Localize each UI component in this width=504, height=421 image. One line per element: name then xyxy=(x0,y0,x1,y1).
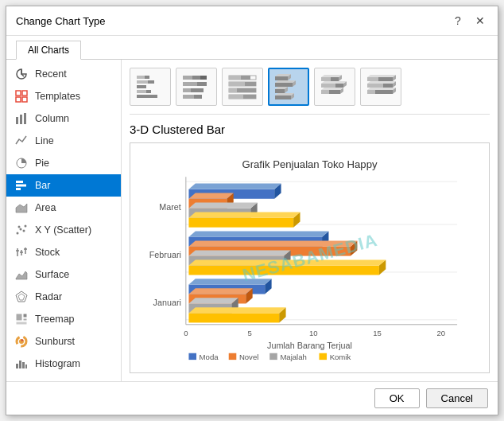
sidebar-item-templates[interactable]: Templates xyxy=(6,85,121,107)
svg-rect-79 xyxy=(275,83,293,87)
sidebar-item-surface[interactable]: Surface xyxy=(6,263,121,286)
chart-preview-area: NESABAMEDIA Grafik Penjualan Toko Happy … xyxy=(130,142,490,373)
sidebar-item-sunburst[interactable]: Sunburst xyxy=(6,330,121,353)
subtype-3d-100-stacked-bar[interactable] xyxy=(360,68,401,106)
svg-rect-32 xyxy=(19,361,21,368)
svg-text:Majalah: Majalah xyxy=(280,353,307,361)
svg-rect-102 xyxy=(378,77,393,81)
svg-rect-60 xyxy=(183,88,191,92)
chart-subtypes-row xyxy=(130,68,490,115)
svg-point-16 xyxy=(25,225,27,228)
svg-rect-65 xyxy=(229,76,241,80)
svg-text:Moda: Moda xyxy=(200,353,219,361)
sidebar-item-stock[interactable]: Stock xyxy=(6,241,121,263)
svg-rect-8 xyxy=(16,181,23,183)
svg-point-14 xyxy=(18,226,21,228)
svg-rect-133 xyxy=(188,218,293,228)
chart-main-panel: 3-D Clustered Bar NESABAMEDIA Grafik Pen… xyxy=(122,60,498,381)
svg-rect-5 xyxy=(20,115,22,124)
cancel-button[interactable]: Cancel xyxy=(426,388,488,408)
svg-marker-138 xyxy=(188,231,328,236)
svg-rect-10 xyxy=(16,188,21,190)
svg-rect-48 xyxy=(137,76,145,79)
sidebar-label-bar: Bar xyxy=(35,180,50,191)
titlebar: Change Chart Type ? ✕ xyxy=(6,6,498,36)
svg-marker-144 xyxy=(188,250,290,255)
close-button[interactable]: ✕ xyxy=(472,13,488,29)
svg-rect-112 xyxy=(375,90,393,94)
sidebar-item-radar[interactable]: Radar xyxy=(6,286,121,308)
svg-rect-34 xyxy=(25,364,27,368)
svg-rect-168 xyxy=(188,353,196,360)
sidebar-item-recent[interactable]: Recent xyxy=(6,63,121,85)
svg-rect-174 xyxy=(319,353,327,360)
svg-rect-25 xyxy=(16,314,22,321)
sidebar-item-scatter[interactable]: X Y (Scatter) xyxy=(6,219,121,241)
svg-text:Jumlah Barang Terjual: Jumlah Barang Terjual xyxy=(267,341,352,350)
svg-marker-109 xyxy=(367,81,396,84)
svg-marker-24 xyxy=(18,294,25,300)
svg-text:Grafik Penjualan Toko Happy: Grafik Penjualan Toko Happy xyxy=(242,158,378,170)
svg-marker-11 xyxy=(16,204,27,212)
sidebar-item-column[interactable]: Column xyxy=(6,107,121,130)
subtype-3d-stacked-bar[interactable] xyxy=(314,68,355,106)
sidebar-item-box-whisker[interactable]: Box & Whisker xyxy=(6,375,121,381)
svg-rect-53 xyxy=(137,90,146,93)
svg-marker-104 xyxy=(367,75,396,77)
sidebar-label-templates: Templates xyxy=(35,91,80,102)
sidebar-item-treemap[interactable]: Treemap xyxy=(6,308,121,330)
sidebar-label-scatter: X Y (Scatter) xyxy=(35,224,91,236)
sidebar-item-histogram[interactable]: Histogram xyxy=(6,353,121,375)
svg-rect-58 xyxy=(183,82,197,86)
svg-rect-89 xyxy=(331,77,339,81)
dialog-footer: OK Cancel xyxy=(6,381,498,415)
svg-rect-68 xyxy=(229,82,245,86)
svg-rect-4 xyxy=(16,117,18,124)
svg-rect-26 xyxy=(23,314,27,318)
svg-rect-51 xyxy=(137,85,146,88)
svg-marker-129 xyxy=(188,193,233,199)
chart-preview-svg: Grafik Penjualan Toko Happy Maret Februa… xyxy=(134,146,486,369)
sidebar-label-treemap: Treemap xyxy=(35,314,75,325)
svg-rect-59 xyxy=(197,82,207,86)
chart-preview-inner: NESABAMEDIA Grafik Penjualan Toko Happy … xyxy=(134,146,486,369)
help-button[interactable]: ? xyxy=(450,13,466,29)
svg-marker-141 xyxy=(188,240,357,246)
templates-icon xyxy=(14,89,29,103)
selected-chart-title: 3-D Clustered Bar xyxy=(130,123,490,136)
svg-rect-85 xyxy=(275,96,291,99)
svg-rect-6 xyxy=(24,113,26,124)
subtype-100-stacked-bar[interactable] xyxy=(222,68,263,106)
svg-rect-69 xyxy=(245,82,256,86)
svg-rect-101 xyxy=(367,77,378,81)
svg-rect-1 xyxy=(22,91,27,96)
svg-rect-92 xyxy=(321,84,335,88)
sidebar-item-bar[interactable]: Bar xyxy=(6,174,121,197)
svg-rect-72 xyxy=(237,88,256,92)
svg-rect-106 xyxy=(367,84,383,88)
svg-rect-57 xyxy=(200,76,207,80)
bar-icon xyxy=(14,178,29,193)
svg-rect-97 xyxy=(329,90,340,94)
sidebar-label-sunburst: Sunburst xyxy=(35,336,75,347)
sidebar-item-area[interactable]: Area xyxy=(6,197,121,219)
sidebar-item-line[interactable]: Line xyxy=(6,130,121,152)
treemap-icon xyxy=(14,312,29,326)
svg-marker-132 xyxy=(188,203,257,209)
svg-marker-95 xyxy=(321,81,347,84)
dialog-title: Change Chart Type xyxy=(16,15,106,27)
subtype-stacked-bar[interactable] xyxy=(176,68,217,106)
svg-rect-56 xyxy=(192,76,200,80)
subtype-3d-clustered-bar[interactable] xyxy=(268,68,309,106)
svg-text:Januari: Januari xyxy=(153,298,181,307)
svg-marker-91 xyxy=(321,75,342,77)
sidebar-label-area: Area xyxy=(35,202,56,213)
sidebar-label-column: Column xyxy=(35,113,69,124)
svg-rect-107 xyxy=(383,84,393,88)
ok-button[interactable]: OK xyxy=(374,388,420,408)
stock-icon xyxy=(14,245,29,259)
tab-all-charts[interactable]: All Charts xyxy=(16,41,81,60)
subtype-clustered-bar[interactable] xyxy=(130,68,171,106)
svg-point-13 xyxy=(20,228,22,231)
sidebar-item-pie[interactable]: Pie xyxy=(6,152,121,174)
